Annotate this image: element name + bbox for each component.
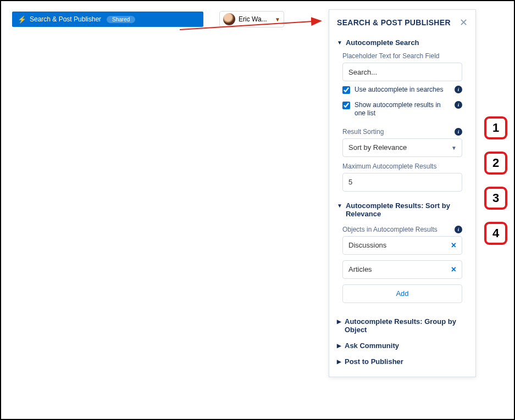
properties-panel: SEARCH & POST PUBLISHER ✕ ▼ Autocomplete… xyxy=(329,9,476,377)
panel-header: SEARCH & POST PUBLISHER ✕ xyxy=(329,10,475,33)
add-object-button[interactable]: Add xyxy=(342,284,462,303)
remove-icon[interactable]: × xyxy=(451,240,456,250)
section-header-ask-community[interactable]: ▶ Ask Community xyxy=(337,341,468,350)
section-post-to-publisher: ▶ Post to Publisher xyxy=(329,357,475,366)
section-group-by-object: ▶ Autocomplete Results: Group by Object xyxy=(329,317,475,334)
max-results-label: Maximum Autocomplete Results xyxy=(342,163,468,170)
info-icon[interactable]: i xyxy=(455,101,462,109)
section-autocomplete-search: ▼ Autocomplete Search Placeholder Text f… xyxy=(329,38,475,192)
callout-2: 2 xyxy=(484,152,507,175)
remove-icon[interactable]: × xyxy=(451,265,456,275)
caret-down-icon: ▼ xyxy=(337,203,342,209)
placeholder-input[interactable] xyxy=(342,63,462,81)
avatar xyxy=(223,13,235,25)
result-sorting-select[interactable]: Sort by Relevance xyxy=(342,138,462,157)
result-sorting-label: Result Sorting xyxy=(342,128,384,136)
info-icon[interactable]: i xyxy=(455,128,462,136)
caret-down-icon: ▼ xyxy=(337,40,342,46)
caret-right-icon: ▶ xyxy=(337,343,341,349)
caret-right-icon: ▶ xyxy=(337,359,341,365)
callout-1: 1 xyxy=(484,116,507,139)
section-title: Post to Publisher xyxy=(345,357,403,366)
close-icon[interactable]: ✕ xyxy=(459,18,468,27)
show-one-list-label: Show autocomplete results in one list xyxy=(355,101,450,118)
section-header-post-to-publisher[interactable]: ▶ Post to Publisher xyxy=(337,357,468,366)
use-autocomplete-label: Use autocomplete in searches xyxy=(355,86,450,94)
object-pill-articles: Articles × xyxy=(342,260,462,279)
component-chip[interactable]: ⚡ Search & Post Publisher Shared xyxy=(12,12,203,27)
user-menu[interactable]: Eric Wa... ▼ xyxy=(219,11,284,27)
placeholder-label: Placeholder Text for Search Field xyxy=(342,52,468,60)
callout-4: 4 xyxy=(484,222,507,245)
section-sort-by-relevance: ▼ Autocomplete Results: Sort by Relevanc… xyxy=(329,201,475,303)
use-autocomplete-row: Use autocomplete in searches i xyxy=(337,81,468,97)
objects-label: Objects in Autocomplete Results xyxy=(342,226,438,233)
callout-3: 3 xyxy=(484,187,507,210)
add-button-label: Add xyxy=(396,289,408,298)
show-one-list-checkbox[interactable] xyxy=(342,102,350,109)
info-icon[interactable]: i xyxy=(455,226,462,233)
section-header-sort-by-relevance[interactable]: ▼ Autocomplete Results: Sort by Relevanc… xyxy=(337,201,468,218)
panel-title: SEARCH & POST PUBLISHER xyxy=(337,18,451,27)
show-one-list-row: Show autocomplete results in one list i xyxy=(337,97,468,120)
caret-right-icon: ▶ xyxy=(337,318,341,324)
max-results-input[interactable] xyxy=(342,173,462,192)
component-name: Search & Post Publisher xyxy=(30,15,101,23)
section-title: Autocomplete Results: Sort by Relevance xyxy=(346,201,468,218)
section-ask-community: ▶ Ask Community xyxy=(329,341,475,350)
object-pill-label: Articles xyxy=(348,265,372,273)
lightning-icon: ⚡ xyxy=(18,15,26,24)
caret-down-icon: ▼ xyxy=(275,16,280,23)
object-pill-discussions: Discussions × xyxy=(342,236,462,255)
use-autocomplete-checkbox[interactable] xyxy=(342,86,350,94)
section-title: Autocomplete Results: Group by Object xyxy=(345,317,468,334)
section-title: Autocomplete Search xyxy=(346,38,419,47)
section-header-autocomplete-search[interactable]: ▼ Autocomplete Search xyxy=(337,38,468,47)
user-display-name: Eric Wa... xyxy=(239,15,267,23)
object-pill-label: Discussions xyxy=(348,241,386,249)
section-title: Ask Community xyxy=(345,341,399,350)
section-header-group-by-object[interactable]: ▶ Autocomplete Results: Group by Object xyxy=(337,317,468,334)
info-icon[interactable]: i xyxy=(455,86,462,93)
shared-badge: Shared xyxy=(107,16,135,23)
